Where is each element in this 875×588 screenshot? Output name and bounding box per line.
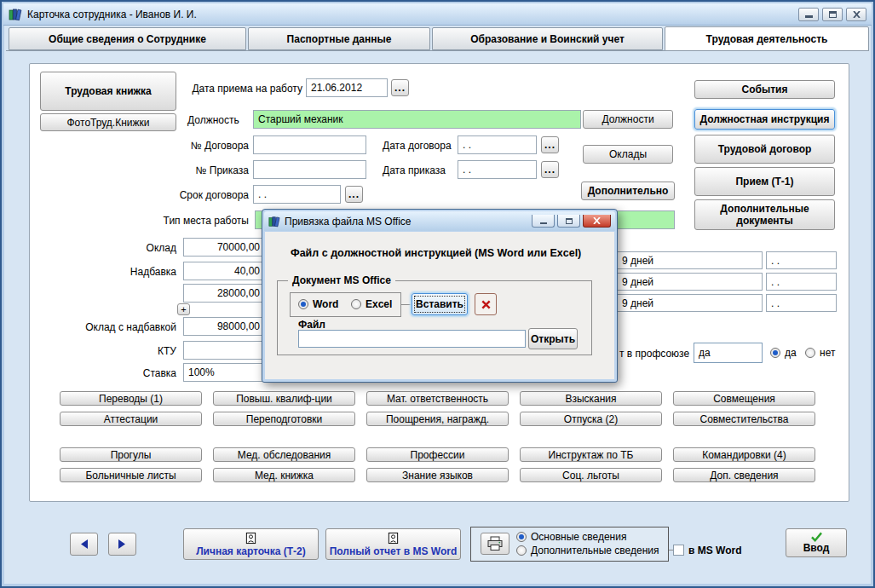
print-main-info-radio[interactable]: Основные сведения: [516, 531, 626, 543]
grid-button-combinations[interactable]: Совмещения: [673, 391, 815, 406]
days-field[interactable]: 9 дней: [598, 251, 763, 269]
rate-field[interactable]: 100%: [183, 363, 265, 382]
maximize-icon[interactable]: [822, 8, 843, 21]
insert-button[interactable]: Вставить: [412, 293, 468, 315]
union-no-radio[interactable]: нет: [805, 347, 835, 359]
radio-selected-icon: [770, 348, 780, 358]
grid-button-additional-info[interactable]: Доп. сведения: [673, 468, 815, 482]
app-window: Карточка сотрудника - Иванов И. И. Общие…: [0, 0, 875, 588]
person-card-icon: [245, 532, 257, 545]
labor-contract-button[interactable]: Трудовой договор: [694, 135, 835, 164]
contract-date-browse-button[interactable]: ...: [541, 136, 559, 153]
tab-work-activity[interactable]: Трудовая деятельность: [665, 26, 869, 51]
grid-button-transfers[interactable]: Переводы (1): [60, 391, 202, 406]
order-no-field[interactable]: [253, 160, 366, 179]
file-path-field[interactable]: [298, 330, 526, 348]
days-field[interactable]: 9 дней: [598, 273, 763, 291]
personal-card-t2-button[interactable]: Личная карточка (Т-2): [183, 528, 319, 560]
check-icon: [810, 532, 823, 542]
title-bar: Карточка сотрудника - Иванов И. И.: [3, 3, 872, 26]
grid-button-sick-leaves[interactable]: Больничные листы: [60, 468, 202, 482]
days-date-field[interactable]: . .: [766, 251, 837, 269]
hire-date-field[interactable]: 21.06.2012: [306, 78, 388, 97]
positions-button[interactable]: Должности: [583, 110, 673, 129]
photo-labor-book-button[interactable]: ФотоТруд.Книжки: [40, 113, 176, 131]
grid-button-social-benefits[interactable]: Соц. льготы: [520, 468, 662, 482]
contract-term-field[interactable]: . .: [253, 185, 341, 204]
tab-general-info[interactable]: Общие сведения о Сотруднике: [9, 27, 246, 50]
days-date-field[interactable]: . .: [766, 273, 837, 291]
radio-icon: [805, 348, 815, 358]
dialog-maximize-icon[interactable]: [557, 215, 580, 228]
red-x-icon: [481, 299, 492, 310]
position-label: Должность: [187, 114, 239, 126]
connector-line: [401, 304, 412, 305]
close-icon[interactable]: [846, 8, 866, 21]
delete-link-button[interactable]: [475, 293, 497, 315]
ms-office-link-dialog: Привязка файла MS Office Файл с должност…: [262, 209, 618, 383]
radio-icon: [351, 299, 361, 309]
tab-passport-data[interactable]: Паспортные данные: [248, 27, 430, 50]
word-radio[interactable]: Word: [298, 298, 338, 310]
full-report-msword-button[interactable]: Полный отчет в MS Word: [325, 528, 461, 560]
salaries-button[interactable]: Оклады: [583, 145, 673, 164]
grid-button-part-time[interactable]: Совместительства: [673, 412, 815, 426]
grid-button-vacations[interactable]: Отпуска (2): [520, 412, 662, 426]
excel-radio[interactable]: Excel: [351, 298, 392, 310]
grid-button-medical-exams[interactable]: Мед. обследования: [213, 447, 355, 462]
allowance-amount-field[interactable]: 28000,00: [183, 284, 265, 303]
union-yes-radio[interactable]: да: [770, 347, 797, 359]
grid-button-qualification[interactable]: Повыш. квалиф-ции: [213, 391, 355, 406]
contract-date-field[interactable]: . .: [458, 135, 537, 154]
plus-button[interactable]: +: [177, 303, 190, 315]
allowance-percent-field[interactable]: 40,00: [183, 262, 265, 280]
print-button[interactable]: [481, 533, 509, 555]
printer-icon: [486, 536, 504, 551]
grid-button-business-trips[interactable]: Командировки (4): [673, 447, 815, 462]
print-additional-info-radio[interactable]: Дополнительные сведения: [516, 545, 659, 556]
grid-button-material-responsibility[interactable]: Мат. ответственность: [366, 391, 509, 406]
dialog-minimize-icon[interactable]: [532, 215, 555, 228]
salary-field[interactable]: 70000,00: [183, 238, 265, 257]
grid-button-languages[interactable]: Знание языков: [366, 468, 509, 482]
days-field[interactable]: 9 дней: [598, 294, 763, 312]
radio-icon: [516, 545, 527, 556]
union-field[interactable]: да: [694, 343, 763, 363]
events-button[interactable]: События: [694, 80, 835, 99]
ktu-field[interactable]: [183, 341, 265, 360]
dialog-books-icon: [268, 216, 280, 228]
order-date-field[interactable]: . .: [458, 160, 537, 179]
additional-documents-button[interactable]: Дополнительные документы: [694, 199, 835, 230]
workplace-type-label: Тип места работы: [134, 215, 249, 227]
days-date-field[interactable]: . .: [766, 294, 837, 312]
contract-no-field[interactable]: [253, 135, 366, 154]
dialog-close-icon[interactable]: [583, 215, 611, 228]
grid-button-attestations[interactable]: Аттестации: [60, 412, 202, 426]
grid-button-professions[interactable]: Профессии: [366, 447, 509, 462]
grid-button-penalties[interactable]: Взыскания: [520, 391, 662, 406]
hiring-t1-button[interactable]: Прием (Т-1): [694, 167, 835, 196]
msword-checkbox[interactable]: [673, 545, 684, 556]
open-button[interactable]: Открыть: [528, 328, 578, 349]
next-record-button[interactable]: [108, 533, 136, 556]
position-field[interactable]: Старший механик: [253, 110, 581, 129]
app-books-icon: [9, 8, 22, 21]
order-date-browse-button[interactable]: ...: [541, 161, 559, 178]
salary-total-field[interactable]: 98000,00: [183, 317, 265, 336]
grid-button-awards[interactable]: Поощрения, награжд.: [366, 412, 509, 426]
job-description-button[interactable]: Должностная инструкция: [694, 109, 835, 130]
grid-button-medical-book[interactable]: Мед. книжка: [213, 468, 355, 482]
grid-button-absences[interactable]: Прогулы: [60, 447, 202, 462]
labor-book-button[interactable]: Трудовая книжка: [40, 72, 176, 111]
hire-date-browse-button[interactable]: ...: [391, 79, 409, 96]
grid-button-safety-briefing[interactable]: Инструктаж по ТБ: [520, 447, 662, 462]
grid-button-retraining[interactable]: Переподготовки: [213, 412, 355, 426]
enter-button[interactable]: Ввод: [786, 528, 847, 557]
person-card-icon: [387, 532, 400, 545]
tab-education-military[interactable]: Образование и Воинский учет: [432, 27, 663, 50]
contract-no-label: № Договора: [155, 140, 249, 152]
prev-record-button[interactable]: [70, 533, 98, 556]
minimize-icon[interactable]: [798, 8, 819, 21]
additional-button[interactable]: Дополнительно: [581, 182, 675, 200]
contract-term-browse-button[interactable]: ...: [345, 186, 363, 203]
